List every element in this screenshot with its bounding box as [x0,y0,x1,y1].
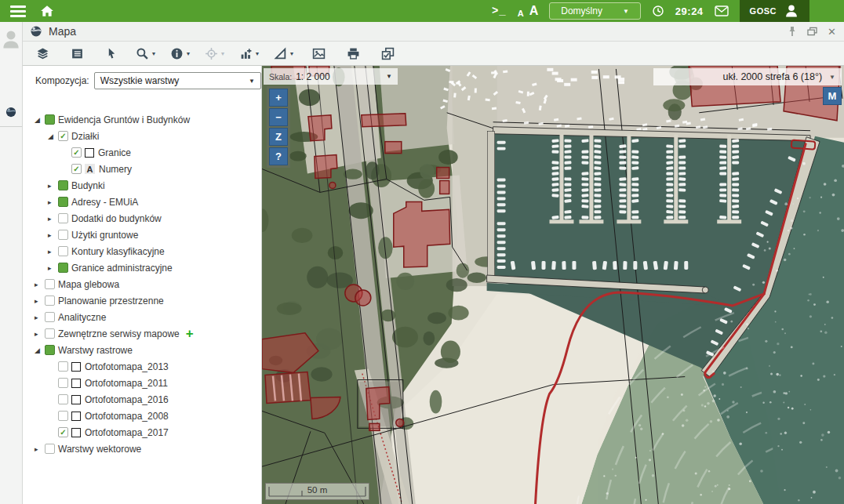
layer-checkbox[interactable] [45,279,55,289]
layer-checkbox[interactable] [58,213,68,223]
layer-row-kontury-klasyfikacyjne[interactable]: ▸Kontury klasyfikacyjne [22,243,261,259]
expander-icon[interactable]: ◢ [48,132,58,140]
layer-checkbox[interactable] [58,246,68,256]
menu-icon[interactable] [10,5,26,17]
layer-row-u-ytki-gruntowe[interactable]: ▸Użytki gruntowe [22,227,261,243]
screenshot-icon [312,47,326,60]
layer-row-budynki[interactable]: ▸Budynki [22,177,261,194]
layer-row-ortofotomapa-2017[interactable]: ✓Ortofotomapa_2017 [22,424,261,441]
layer-row-ortofotomapa-2016[interactable]: Ortofotomapa_2016 [22,391,261,408]
expander-icon[interactable]: ◢ [35,116,45,124]
expander-icon[interactable]: ▸ [48,248,58,256]
map-canvas[interactable] [262,66,844,504]
composition-select[interactable]: Wszystkie warstwy ▼ [94,72,261,89]
chevron-down-icon: ▼ [186,51,191,56]
home-icon[interactable] [40,4,54,18]
layer-checkbox[interactable] [45,345,55,355]
map-viewport[interactable]: Skala: 1: 2 000 ▼ ukł. 2000 strefa 6 (18… [262,66,844,504]
profile-select[interactable]: Domyślny ▼ [549,2,641,20]
expander-icon[interactable]: ▸ [48,198,58,206]
toolbar-zoom-search-button[interactable]: ▼ [129,42,162,64]
layer-row-ortofotomapa-2008[interactable]: Ortofotomapa_2008 [22,408,261,424]
layer-checkbox[interactable] [58,180,68,190]
crs-select[interactable]: ukł. 2000 strefa 6 (18°) ▼ [653,68,842,85]
toolbar-info-button[interactable]: ▼ [164,42,197,64]
zoom-extent-button[interactable]: Z [269,128,288,146]
layer-checkbox[interactable] [58,263,68,273]
zoom-in-button[interactable]: + [269,89,288,107]
terminal-icon[interactable]: >_ [492,5,507,17]
pin-icon[interactable] [788,26,797,37]
tasks-icon [381,47,395,60]
layer-checkbox[interactable] [58,378,68,388]
messages-icon[interactable] [715,5,729,16]
layer-checkbox[interactable] [45,296,55,306]
layer-checkbox[interactable] [58,361,68,372]
layer-checkbox[interactable] [58,411,68,421]
layer-row-ewidencja-grunt-w-i-budynk-w[interactable]: ◢Ewidencja Gruntów i Budynków [22,111,261,128]
layer-checkbox[interactable] [45,312,55,322]
layer-row-ortofotomapa-2013[interactable]: Ortofotomapa_2013 [22,358,261,375]
toolbar-layers-button[interactable] [26,42,59,64]
scale-select[interactable]: Skala: 1: 2 000 ▼ [264,68,398,85]
font-smaller-button[interactable]: A [518,9,524,18]
layer-row-mapa-glebowa[interactable]: ▸Mapa glebowa [22,276,261,292]
expander-icon[interactable]: ▸ [48,182,58,190]
marker-button[interactable]: M [823,87,842,105]
expander-icon[interactable]: ▸ [48,231,58,239]
layer-checkbox[interactable] [58,197,68,207]
layer-row-dzia-ki[interactable]: ◢✓Działki [22,128,261,144]
layer-row-analityczne[interactable]: ▸Analityczne [22,309,261,325]
layer-row-warstwy-rastrowe[interactable]: ◢Warstwy rastrowe [22,342,261,358]
layer-row-dodatki-do-budynk-w[interactable]: ▸Dodatki do budynków [22,210,261,227]
expander-icon[interactable]: ▸ [35,445,45,453]
layer-checkbox[interactable]: ✓ [71,147,82,158]
chevron-down-icon: ▼ [249,78,255,85]
zoom-out-button[interactable]: − [269,108,288,126]
layer-row-warstwy-wektorowe[interactable]: ▸Warstwy wektorowe [22,441,261,457]
layer-checkbox[interactable] [45,114,55,125]
toolbar-locate-button: ▼ [198,42,231,64]
session-clock-icon[interactable] [652,5,664,17]
expander-icon[interactable]: ▸ [35,281,45,288]
layer-checkbox[interactable]: ✓ [58,131,68,141]
layer-checkbox[interactable] [58,230,68,240]
layer-row-granice-administracyjne[interactable]: ▸Granice administracyjne [22,259,261,276]
layer-row-planowanie-przestrzenne[interactable]: ▸Planowanie przestrzenne [22,292,261,309]
chevron-down-icon: ▼ [386,73,392,80]
expander-icon[interactable]: ▸ [35,297,45,305]
layer-label: Warstwy wektorowe [58,444,141,455]
toolbar-tasks-button[interactable] [371,42,404,64]
expander-icon[interactable]: ▸ [48,264,58,272]
add-service-icon[interactable]: + [186,327,194,340]
layer-checkbox[interactable] [45,444,55,454]
toolbar-add-objects-button[interactable]: ▼ [233,42,266,64]
window-title: Mapa [49,25,76,38]
toolbar-screenshot-button[interactable] [302,42,335,64]
layer-row-numery[interactable]: ✓ANumery [22,161,261,177]
map-window-globe-icon[interactable] [5,107,16,121]
toolbar-pointer-button[interactable] [95,42,128,64]
user-menu[interactable]: GOSC [740,0,809,22]
font-larger-button[interactable]: A [529,4,539,18]
toolbar-legend-button[interactable] [60,42,93,64]
layer-checkbox[interactable] [58,394,68,404]
layer-checkbox[interactable] [45,328,55,339]
expander-icon[interactable]: ▸ [35,330,45,338]
window-titlebar[interactable]: Mapa ✕ [22,22,844,42]
layer-row-zewn-trzne-serwisy-mapowe[interactable]: ▸Zewnętrzne serwisy mapowe+ [22,325,261,342]
layer-checkbox[interactable]: ✓ [71,164,82,174]
layer-row-granice[interactable]: ✓Granice [22,144,261,161]
restore-window-icon[interactable] [807,27,817,36]
layer-row-ortofotomapa-2011[interactable]: Ortofotomapa_2011 [22,375,261,391]
expander-icon[interactable]: ▸ [48,215,58,223]
toolbar-print-button[interactable] [337,42,369,64]
measure-icon [274,47,287,60]
layer-checkbox[interactable]: ✓ [58,427,68,437]
help-button[interactable]: ? [269,147,288,165]
toolbar-measure-button[interactable]: ▼ [267,42,300,64]
expander-icon[interactable]: ▸ [35,314,45,321]
layer-row-adresy-emuia[interactable]: ▸Adresy - EMUiA [22,194,261,210]
close-icon[interactable]: ✕ [828,27,836,37]
expander-icon[interactable]: ◢ [35,346,45,354]
